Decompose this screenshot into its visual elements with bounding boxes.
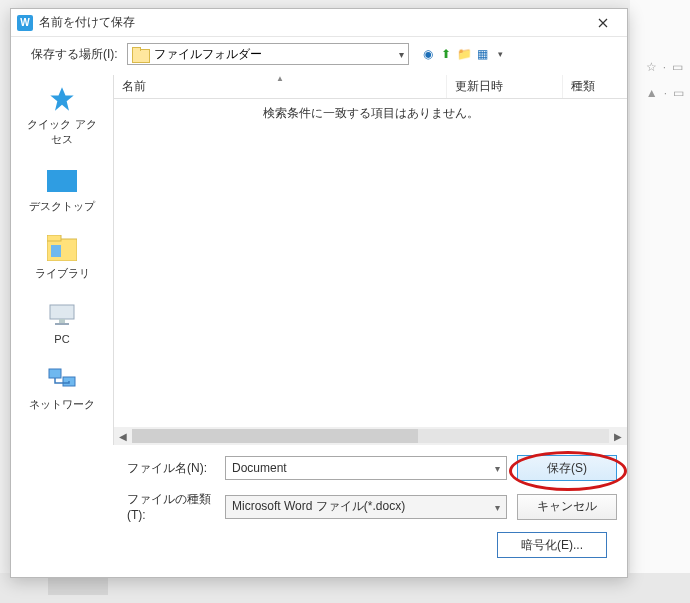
svg-rect-6 <box>59 319 65 323</box>
filename-input[interactable]: Document ▾ <box>225 456 507 480</box>
places-sidebar: クイック アクセス デスクトップ ライブラリ PC <box>11 75 113 445</box>
filename-value: Document <box>232 461 287 475</box>
place-network[interactable]: ネットワーク <box>22 365 102 412</box>
scrollbar-thumb[interactable] <box>132 429 418 443</box>
column-headers: 名前 ▲ 更新日時 種類 <box>114 75 627 99</box>
close-icon <box>598 18 608 28</box>
header-name[interactable]: 名前 ▲ <box>114 75 447 98</box>
svg-rect-7 <box>55 323 69 325</box>
location-label: 保存する場所(I): <box>31 46 121 63</box>
save-button[interactable]: 保存(S) <box>517 455 617 481</box>
desktop-icon <box>46 167 78 195</box>
filetype-select[interactable]: Microsoft Word ファイル(*.docx) ▾ <box>225 495 507 519</box>
svg-rect-1 <box>47 170 77 192</box>
scrollbar-track[interactable] <box>132 429 609 443</box>
place-label: ネットワーク <box>29 397 95 412</box>
filetype-value: Microsoft Word ファイル(*.docx) <box>232 498 405 515</box>
header-type-label: 種類 <box>571 78 595 95</box>
background-tab <box>48 577 108 595</box>
encrypt-button-label: 暗号化(E)... <box>521 537 583 554</box>
chevron-down-icon: ▾ <box>495 501 500 512</box>
svg-rect-5 <box>50 305 74 319</box>
dialog-title: 名前を付けて保存 <box>39 14 583 31</box>
place-label: クイック アクセス <box>22 117 102 147</box>
header-date[interactable]: 更新日時 <box>447 75 563 98</box>
place-label: ライブラリ <box>35 266 90 281</box>
location-value: ファイルフォルダー <box>154 46 262 63</box>
encrypt-button[interactable]: 暗号化(E)... <box>497 532 607 558</box>
empty-message: 検索条件に一致する項目はありません。 <box>263 105 479 122</box>
location-row: 保存する場所(I): ファイルフォルダー ▾ ◉ ⬆ 📁 ▦ ▾ <box>11 37 627 75</box>
nav-icons: ◉ ⬆ 📁 ▦ ▾ <box>421 47 507 61</box>
save-button-label: 保存(S) <box>547 460 587 477</box>
place-libraries[interactable]: ライブラリ <box>22 234 102 281</box>
place-desktop[interactable]: デスクトップ <box>22 167 102 214</box>
chevron-down-icon: ▾ <box>495 463 500 474</box>
network-icon <box>46 365 78 393</box>
filetype-label: ファイルの種類(T): <box>127 491 215 522</box>
horizontal-scrollbar[interactable]: ◀ ▶ <box>114 427 627 445</box>
fields-area: ファイル名(N): Document ▾ 保存(S) ファイルの種類(T): M… <box>11 445 627 574</box>
background-toolbar: ☆·▭ ▲·▭ <box>646 60 684 100</box>
folder-icon <box>132 47 148 61</box>
svg-rect-8 <box>49 369 61 378</box>
cancel-button-label: キャンセル <box>537 498 597 515</box>
place-label: PC <box>54 333 69 345</box>
filename-label: ファイル名(N): <box>127 460 215 477</box>
save-as-dialog: W 名前を付けて保存 保存する場所(I): ファイルフォルダー ▾ ◉ ⬆ 📁 … <box>10 8 628 578</box>
nav-new-folder-icon[interactable]: 📁 <box>457 47 471 61</box>
svg-rect-3 <box>47 235 61 241</box>
header-date-label: 更新日時 <box>455 78 503 95</box>
place-quick-access[interactable]: クイック アクセス <box>22 85 102 147</box>
close-button[interactable] <box>583 11 623 35</box>
svg-rect-4 <box>51 245 61 257</box>
cancel-button[interactable]: キャンセル <box>517 494 617 520</box>
library-icon <box>46 234 78 262</box>
place-label: デスクトップ <box>29 199 95 214</box>
file-list: 名前 ▲ 更新日時 種類 検索条件に一致する項目はありません。 ◀ ▶ <box>113 75 627 445</box>
scroll-right-icon[interactable]: ▶ <box>609 431 627 442</box>
titlebar: W 名前を付けて保存 <box>11 9 627 37</box>
sort-arrow-icon: ▲ <box>276 74 284 83</box>
place-pc[interactable]: PC <box>22 301 102 345</box>
file-list-body[interactable]: 検索条件に一致する項目はありません。 <box>114 99 627 427</box>
chevron-down-icon: ▾ <box>399 49 404 60</box>
pc-icon <box>46 301 78 329</box>
location-select[interactable]: ファイルフォルダー ▾ <box>127 43 409 65</box>
nav-back-icon[interactable]: ◉ <box>421 47 435 61</box>
app-icon: W <box>17 15 33 31</box>
nav-up-icon[interactable]: ⬆ <box>439 47 453 61</box>
svg-marker-0 <box>50 87 73 110</box>
nav-view-dropdown-icon[interactable]: ▾ <box>493 47 507 61</box>
nav-view-icon[interactable]: ▦ <box>475 47 489 61</box>
star-icon <box>46 85 78 113</box>
scroll-left-icon[interactable]: ◀ <box>114 431 132 442</box>
header-type[interactable]: 種類 <box>563 75 627 98</box>
header-name-label: 名前 <box>122 78 146 95</box>
